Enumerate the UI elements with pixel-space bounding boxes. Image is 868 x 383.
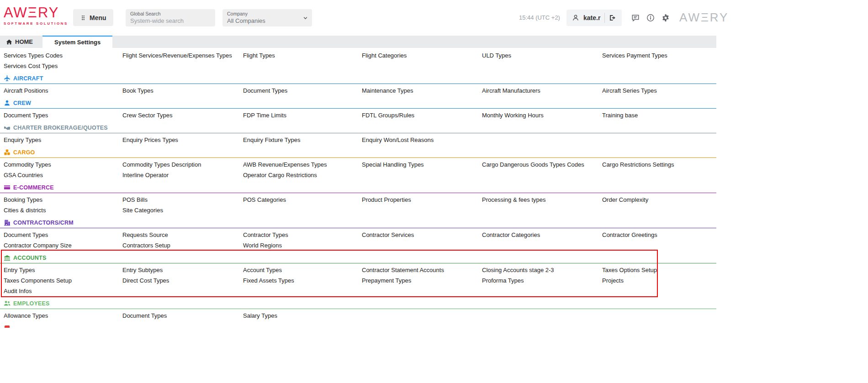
- comment-icon-button[interactable]: [631, 14, 640, 22]
- settings-link[interactable]: Taxes Options Setup: [602, 265, 716, 275]
- section-title: CREW: [13, 100, 31, 106]
- building-icon: [4, 219, 11, 226]
- settings-link[interactable]: Services Payment Types: [602, 50, 716, 61]
- company-select-label: Company: [227, 11, 307, 16]
- settings-link[interactable]: Entry Subtypes: [122, 265, 243, 275]
- settings-link[interactable]: POS Bills: [122, 194, 243, 205]
- settings-link[interactable]: Document Types: [4, 230, 122, 240]
- settings-link[interactable]: FDP Time Limits: [243, 110, 362, 121]
- global-search-input[interactable]: [130, 17, 211, 24]
- settings-link[interactable]: GSA Countries: [4, 170, 122, 180]
- section-header: [0, 324, 716, 328]
- bank-icon: [4, 254, 11, 261]
- settings-link[interactable]: Cargo Restrictions Settings: [602, 159, 716, 170]
- settings-link[interactable]: Book Types: [122, 85, 243, 96]
- settings-link[interactable]: Requests Source: [122, 230, 243, 240]
- settings-link[interactable]: Allowance Types: [4, 310, 122, 321]
- settings-link[interactable]: Flight Categories: [362, 50, 482, 61]
- settings-link[interactable]: Aircraft Manufacturers: [482, 85, 602, 96]
- settings-link[interactable]: Contractor Services: [362, 230, 482, 240]
- settings-gear-button[interactable]: [662, 14, 670, 22]
- settings-link[interactable]: Flight Types: [243, 50, 362, 61]
- settings-link[interactable]: Taxes Components Setup: [4, 275, 122, 286]
- settings-link[interactable]: Special Handling Types: [362, 159, 482, 170]
- settings-link[interactable]: Document Types: [243, 85, 362, 96]
- settings-link[interactable]: Flight Services/Revenue/Expenses Types: [122, 50, 243, 61]
- card-icon: [4, 184, 11, 191]
- info-icon-button[interactable]: [646, 14, 655, 22]
- settings-link[interactable]: Document Types: [4, 110, 122, 121]
- settings-link[interactable]: AWB Revenue/Expenses Types: [243, 159, 362, 170]
- section-header: CARGO: [0, 148, 716, 157]
- settings-link[interactable]: Fixed Assets Types: [243, 275, 362, 286]
- company-select-value: All Companies: [227, 17, 307, 24]
- section-header: EMPLOYEES: [0, 299, 716, 308]
- settings-link[interactable]: Contractor Company Size: [4, 240, 122, 251]
- tab-system-settings[interactable]: System Settings: [42, 36, 112, 48]
- settings-link[interactable]: Site Categories: [122, 205, 243, 215]
- user-chip[interactable]: kate.r: [566, 10, 622, 26]
- settings-link[interactable]: Processing & fees types: [482, 194, 602, 205]
- settings-link[interactable]: Contractors Setup: [122, 240, 243, 251]
- settings-section: E-COMMERCEBooking TypesPOS BillsPOS Cate…: [0, 183, 716, 215]
- settings-link[interactable]: Aircraft Positions: [4, 85, 122, 96]
- settings-link[interactable]: Prepayment Types: [362, 275, 482, 286]
- settings-link[interactable]: Contractor Categories: [482, 230, 602, 240]
- settings-link[interactable]: Entry Types: [4, 265, 122, 275]
- section-links: Booking TypesPOS BillsPOS CategoriesProd…: [0, 193, 716, 215]
- settings-link[interactable]: Document Types: [122, 310, 243, 321]
- settings-content: Services Types CodesFlight Services/Reve…: [0, 48, 716, 328]
- settings-link[interactable]: Commodity Types Description: [122, 159, 243, 170]
- settings-link[interactable]: Services Cost Types: [4, 61, 122, 71]
- settings-link[interactable]: Direct Cost Types: [122, 275, 243, 286]
- settings-link[interactable]: Interline Operator: [122, 170, 243, 180]
- settings-link[interactable]: Booking Types: [4, 194, 122, 205]
- section-title: AIRCRAFT: [13, 75, 43, 82]
- home-icon: [6, 39, 12, 45]
- menu-button[interactable]: Menu: [73, 9, 113, 26]
- section-title: CHARTER BROKERAGE/QUOTES: [13, 125, 108, 131]
- settings-link[interactable]: Cargo Dangerous Goods Types Codes: [482, 159, 602, 170]
- section-header: CREW: [0, 99, 716, 107]
- settings-link[interactable]: Closing Accounts stage 2-3: [482, 265, 602, 275]
- settings-link[interactable]: Crew Sector Types: [122, 110, 243, 121]
- settings-link[interactable]: Order Complexity: [602, 194, 716, 205]
- settings-link[interactable]: Commodity Types: [4, 159, 122, 170]
- settings-link[interactable]: Enquiry Prices Types: [122, 135, 243, 145]
- settings-link[interactable]: Audit Infos: [4, 286, 122, 296]
- settings-link[interactable]: Operator Cargo Restrictions: [243, 170, 362, 180]
- tab-system-settings-label: System Settings: [54, 39, 101, 46]
- settings-link[interactable]: Enquiry Fixture Types: [243, 135, 362, 145]
- settings-section: CHARTER BROKERAGE/QUOTESEnquiry TypesEnq…: [0, 123, 716, 145]
- settings-link[interactable]: Aircraft Series Types: [602, 85, 716, 96]
- settings-link[interactable]: Contractor Greetings: [602, 230, 716, 240]
- settings-link[interactable]: Account Types: [243, 265, 362, 275]
- settings-link[interactable]: Maintenance Types: [362, 85, 482, 96]
- settings-link[interactable]: Product Properties: [362, 194, 482, 205]
- settings-link[interactable]: Contractor Statement Accounts: [362, 265, 482, 275]
- topbar: AWΞRY SOFTWARE SOLUTIONS Menu Global Sea…: [0, 0, 716, 36]
- settings-link[interactable]: World Regions: [243, 240, 362, 251]
- menu-button-label: Menu: [90, 14, 106, 21]
- tab-home[interactable]: HOME: [0, 36, 39, 48]
- section-links: Commodity TypesCommodity Types Descripti…: [0, 158, 716, 180]
- settings-link[interactable]: Contractor Types: [243, 230, 362, 240]
- settings-link[interactable]: ULD Types: [482, 50, 602, 61]
- cargo-boxes-icon: [4, 149, 11, 156]
- settings-link[interactable]: Training base: [602, 110, 716, 121]
- logout-button[interactable]: [609, 14, 616, 21]
- settings-link[interactable]: Services Types Codes: [4, 50, 122, 61]
- settings-link[interactable]: Proforma Types: [482, 275, 602, 286]
- section-header: CHARTER BROKERAGE/QUOTES: [0, 123, 716, 132]
- settings-link[interactable]: Enquiry Types: [4, 135, 122, 145]
- settings-link[interactable]: Salary Types: [243, 310, 362, 321]
- settings-link[interactable]: Monthly Working Hours: [482, 110, 602, 121]
- settings-section: CREWDocument TypesCrew Sector TypesFDP T…: [0, 99, 716, 121]
- settings-link[interactable]: Cities & districts: [4, 205, 122, 215]
- settings-link[interactable]: Enquiry Won/Lost Reasons: [362, 135, 482, 145]
- settings-link[interactable]: FDTL Groups/Rules: [362, 110, 482, 121]
- settings-link[interactable]: Projects: [602, 275, 716, 286]
- brand-wordmark: AWΞRY: [679, 10, 729, 25]
- settings-link[interactable]: POS Categories: [243, 194, 362, 205]
- company-select[interactable]: Company All Companies: [222, 9, 312, 26]
